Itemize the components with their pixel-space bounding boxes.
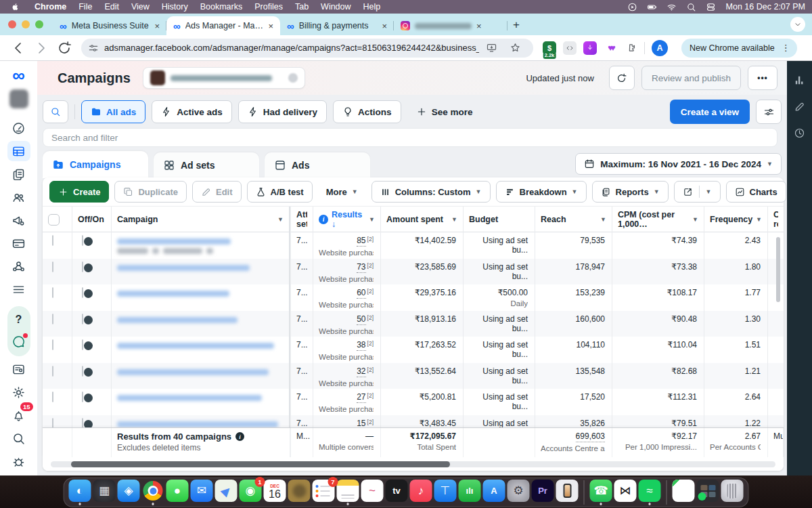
minimize-window-button[interactable] [22, 20, 30, 28]
dock-item-iphone-mirroring[interactable] [556, 480, 579, 505]
hearts-extension-icon[interactable]: ♥♥ [604, 41, 617, 55]
header-amount-spent[interactable]: Amount spent▼ [381, 207, 464, 232]
close-tab-icon[interactable]: × [268, 21, 273, 31]
row-checkbox[interactable] [52, 339, 53, 350]
create-button[interactable]: Create [49, 181, 109, 203]
browser-tab-3[interactable]: ∞Billing & payments× [280, 16, 394, 35]
profile-avatar[interactable]: A [652, 40, 668, 56]
header-campaign[interactable]: Campaign▼ [112, 207, 290, 232]
meta-logo[interactable]: ∞ [12, 66, 25, 84]
row-checkbox[interactable] [52, 261, 53, 272]
sidebar-chat[interactable] [7, 331, 30, 352]
dock-item-document[interactable] [673, 480, 695, 505]
menu-item-window[interactable]: Window [315, 2, 357, 12]
dock-item-premiere[interactable]: Pr [532, 480, 554, 505]
dock-item-app-store[interactable]: A [483, 480, 505, 505]
dock-item-safari[interactable]: ◈ [118, 480, 140, 505]
menu-item-view[interactable]: View [125, 2, 156, 12]
apple-icon[interactable] [11, 2, 20, 12]
filter-active-ads[interactable]: Active ads [152, 100, 232, 123]
sidebar-network[interactable] [7, 256, 30, 276]
dock-item-notes[interactable] [337, 480, 359, 505]
header-frequency[interactable]: Frequency▼ [704, 207, 768, 232]
header-budget[interactable]: Budget [464, 207, 535, 232]
dock-item-facetime[interactable]: ◉1 [240, 480, 262, 505]
close-tab-icon[interactable]: × [154, 21, 160, 31]
zoom-window-button[interactable] [35, 20, 43, 28]
business-avatar[interactable] [9, 89, 28, 108]
review-and-publish-button[interactable]: Review and publish [641, 66, 741, 90]
dock-item-mail[interactable]: ✉ [191, 480, 213, 505]
charts-button[interactable]: Charts [726, 181, 786, 203]
sidebar-gauge[interactable] [7, 118, 30, 138]
url-text[interactable]: adsmanager.facebook.com/adsmanager/manag… [104, 43, 479, 53]
more-button[interactable]: More▼ [318, 181, 366, 203]
sidebar-pages[interactable] [7, 164, 30, 184]
user-switch-icon[interactable] [706, 2, 716, 12]
sidebar-megaphone[interactable] [7, 210, 30, 230]
search-and-filter-input[interactable]: Search and filter [43, 128, 777, 147]
browser-tab-1[interactable]: ∞Meta Business Suite× [53, 16, 166, 35]
date-range-button[interactable]: Maximum: 16 Nov 2021 - 16 Dec 2024 ▼ [575, 153, 782, 175]
header-att-setting[interactable]: Att set [290, 207, 313, 232]
campaign-toggle[interactable] [82, 261, 83, 272]
sidebar-hamburger[interactable] [7, 279, 30, 299]
campaign-toggle[interactable] [82, 287, 83, 298]
kebab-menu-icon[interactable]: ⋮ [779, 43, 793, 53]
browser-tab-2[interactable]: ∞Ads Manager - Manage ads -× [166, 16, 280, 35]
campaign-toggle[interactable] [82, 391, 83, 402]
hscroll-thumb[interactable] [71, 461, 450, 467]
chrome-update-pill[interactable]: New Chrome available ⋮ [681, 39, 797, 58]
dock-item-chrome[interactable] [142, 480, 164, 505]
sidebar-gear[interactable] [7, 382, 30, 402]
campaign-toggle[interactable] [82, 339, 83, 350]
bookmark-star-icon[interactable] [510, 42, 521, 54]
create-a-view-button[interactable]: Create a view [670, 100, 750, 124]
dock-item-apple-tv[interactable]: tv [386, 480, 408, 505]
menu-item-history[interactable]: History [156, 2, 194, 12]
spotlight-icon[interactable] [686, 2, 696, 12]
menu-item-chrome[interactable]: Chrome [28, 2, 72, 12]
header-cpm[interactable]: CPM (cost per 1,000…▼ [612, 207, 704, 232]
dock-item-freeform[interactable]: ~ [361, 480, 384, 505]
sidebar-people[interactable] [7, 187, 30, 207]
campaign-name-cell[interactable] [112, 363, 290, 389]
dock-item-maps[interactable]: ▶ [215, 480, 238, 505]
header-cost-per-result[interactable]: Cost resu [768, 207, 784, 232]
campaign-name-cell[interactable] [112, 232, 290, 259]
close-window-button[interactable] [8, 20, 16, 28]
tab-ad-sets[interactable]: Ad sets [154, 152, 259, 178]
reload-icon[interactable] [56, 40, 72, 56]
breakdown-button[interactable]: Breakdown▼ [496, 181, 587, 203]
dock-item-whatsapp[interactable]: ☎ [590, 480, 612, 505]
back-icon[interactable] [10, 40, 26, 56]
row-checkbox[interactable] [52, 391, 53, 402]
header-reach[interactable]: Reach▼ [535, 207, 612, 232]
menu-item-profiles[interactable]: Profiles [248, 2, 289, 12]
menu-clock[interactable]: Mon 16 Dec 2:07 PM [726, 2, 805, 12]
menu-item-help[interactable]: Help [357, 2, 387, 12]
campaign-toggle[interactable] [82, 314, 83, 324]
dock-item-downloads[interactable] [697, 480, 719, 505]
close-tab-icon[interactable]: × [382, 21, 387, 31]
duplicate-button[interactable]: Duplicate [114, 181, 187, 203]
reports-button[interactable]: Reports▼ [592, 181, 669, 203]
campaign-toggle[interactable] [82, 235, 83, 246]
browser-tab-4[interactable]: × [394, 16, 508, 35]
header-select[interactable] [43, 207, 72, 232]
clear-account-icon[interactable] [288, 73, 298, 83]
more-options-button[interactable]: ••• [748, 66, 777, 90]
menu-item-bookmarks[interactable]: Bookmarks [194, 2, 249, 12]
new-tab-button[interactable]: + [508, 16, 525, 34]
dock-item-launchpad[interactable]: ▦ [93, 480, 116, 505]
dock-item-trash[interactable] [721, 480, 744, 505]
close-tab-icon[interactable]: × [476, 21, 482, 31]
send-to-device-icon[interactable] [486, 42, 497, 54]
campaign-name-cell[interactable] [112, 415, 290, 428]
select-all-checkbox[interactable] [48, 214, 60, 226]
downloader-extension-icon[interactable] [583, 41, 597, 55]
dock-item-finder[interactable]: ◐ [69, 480, 91, 505]
site-settings-icon[interactable] [88, 43, 99, 54]
row-checkbox[interactable] [52, 287, 53, 298]
forward-icon[interactable] [33, 40, 49, 56]
